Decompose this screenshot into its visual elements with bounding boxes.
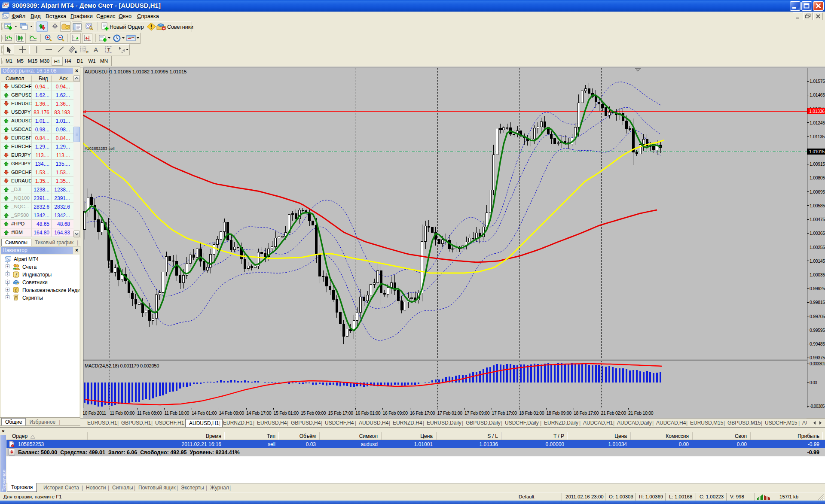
svg-text:17 Feb 01:00: 17 Feb 01:00	[437, 410, 463, 416]
svg-text:14 Feb 09:00: 14 Feb 09:00	[219, 410, 244, 416]
svg-text:1.01575: 1.01575	[810, 79, 825, 84]
svg-text:0.99595: 0.99595	[810, 328, 825, 333]
svg-text:1.00035: 1.00035	[810, 272, 825, 277]
svg-text:15 Feb 09:00: 15 Feb 09:00	[301, 410, 326, 416]
svg-text:21 Feb 02:00: 21 Feb 02:00	[601, 410, 626, 416]
svg-text:1.00805: 1.00805	[810, 175, 825, 180]
svg-text:18 Feb 09:00: 18 Feb 09:00	[547, 410, 572, 416]
svg-text:MACD(24,52,18) 0.001179 0.0020: MACD(24,52,18) 0.001179 0.002050	[85, 363, 159, 368]
svg-text:#102852253 sell: #102852253 sell	[85, 146, 115, 151]
svg-text:14 Feb 01:00: 14 Feb 01:00	[192, 410, 217, 416]
svg-text:1.01015: 1.01015	[809, 149, 825, 154]
svg-text:15 Feb 01:00: 15 Feb 01:00	[274, 410, 299, 416]
svg-text:E: E	[75, 50, 77, 54]
svg-text:0.99925: 0.99925	[810, 286, 825, 291]
svg-text:1.00145: 1.00145	[810, 258, 825, 264]
svg-text:0.99375: 0.99375	[810, 355, 825, 360]
svg-text:16 Feb 17:00: 16 Feb 17:00	[410, 410, 435, 416]
svg-text:17 Feb 17:00: 17 Feb 17:00	[492, 410, 517, 416]
svg-text:17 Feb 09:00: 17 Feb 09:00	[464, 410, 490, 416]
svg-text:0.99815: 0.99815	[810, 300, 825, 305]
svg-text:1.01135: 1.01135	[810, 134, 825, 139]
svg-text:F: F	[86, 50, 89, 54]
svg-text:11 Feb 16:00: 11 Feb 16:00	[165, 410, 189, 416]
svg-text:11 Feb 00:00: 11 Feb 00:00	[110, 410, 135, 416]
svg-text:1.01336: 1.01336	[809, 109, 825, 114]
svg-text:0.00: 0.00	[810, 380, 817, 385]
svg-text:0.99485: 0.99485	[810, 341, 825, 346]
svg-text:18 Feb 17:00: 18 Feb 17:00	[574, 410, 599, 416]
svg-text:10 Feb 2011: 10 Feb 2011	[82, 410, 106, 416]
svg-text:0.99705: 0.99705	[810, 314, 825, 319]
svg-text:0.003302: 0.003302	[810, 361, 825, 366]
svg-text:1.00695: 1.00695	[810, 189, 825, 194]
svg-text:16 Feb 01:00: 16 Feb 01:00	[355, 410, 381, 416]
svg-text:1.00915: 1.00915	[810, 161, 825, 167]
svg-text:21 Feb 10:00: 21 Feb 10:00	[628, 410, 654, 416]
svg-text:-0.00385: -0.00385	[810, 404, 825, 409]
svg-text:1.00365: 1.00365	[810, 231, 825, 236]
svg-text:1.00255: 1.00255	[810, 245, 825, 250]
svg-text:T: T	[107, 47, 110, 52]
svg-text:15 Feb 17:00: 15 Feb 17:00	[328, 410, 354, 416]
svg-text:1.01245: 1.01245	[810, 120, 825, 125]
svg-text:11 Feb 08:00: 11 Feb 08:00	[137, 410, 162, 416]
svg-text:1.00585: 1.00585	[810, 203, 825, 208]
svg-text:16 Feb 09:00: 16 Feb 09:00	[383, 410, 408, 416]
svg-text:1.00475: 1.00475	[810, 217, 825, 222]
svg-text:AUDUSD,H1 1.01065 1.01082 1.0: AUDUSD,H1 1.01065 1.01082 1.00995 1.0101…	[85, 69, 186, 74]
svg-text:1.01465: 1.01465	[810, 92, 825, 97]
svg-text:14 Feb 17:00: 14 Feb 17:00	[246, 410, 272, 416]
svg-text:18 Feb 01:00: 18 Feb 01:00	[519, 410, 544, 416]
